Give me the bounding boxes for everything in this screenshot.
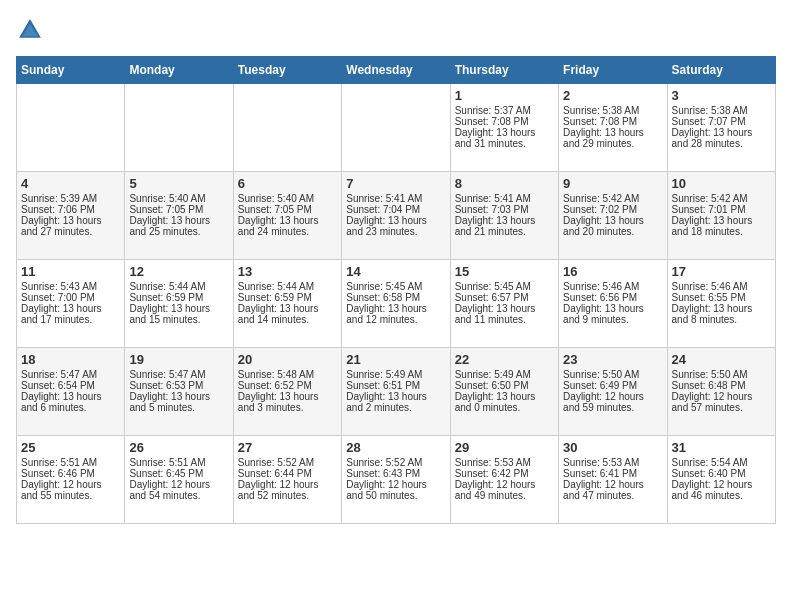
calendar-day-cell: 1Sunrise: 5:37 AMSunset: 7:08 PMDaylight… [450,84,558,172]
day-number: 18 [21,352,120,367]
day-number: 19 [129,352,228,367]
calendar-day-cell: 4Sunrise: 5:39 AMSunset: 7:06 PMDaylight… [17,172,125,260]
day-of-week-header: Sunday [17,57,125,84]
sunrise-text: Sunrise: 5:47 AM [129,369,228,380]
calendar-day-cell [342,84,450,172]
day-number: 24 [672,352,771,367]
sunrise-text: Sunrise: 5:38 AM [563,105,662,116]
day-number: 17 [672,264,771,279]
page-header [16,16,776,44]
day-number: 12 [129,264,228,279]
calendar-day-cell: 8Sunrise: 5:41 AMSunset: 7:03 PMDaylight… [450,172,558,260]
day-number: 5 [129,176,228,191]
logo-icon [16,16,44,44]
day-number: 25 [21,440,120,455]
sunset-text: Sunset: 7:01 PM [672,204,771,215]
sunrise-text: Sunrise: 5:45 AM [455,281,554,292]
sunset-text: Sunset: 6:43 PM [346,468,445,479]
calendar-day-cell: 17Sunrise: 5:46 AMSunset: 6:55 PMDayligh… [667,260,775,348]
day-number: 23 [563,352,662,367]
daylight-text: Daylight: 12 hours and 57 minutes. [672,391,771,413]
sunrise-text: Sunrise: 5:49 AM [346,369,445,380]
daylight-text: Daylight: 13 hours and 9 minutes. [563,303,662,325]
sunrise-text: Sunrise: 5:46 AM [563,281,662,292]
sunset-text: Sunset: 6:55 PM [672,292,771,303]
day-number: 10 [672,176,771,191]
sunrise-text: Sunrise: 5:43 AM [21,281,120,292]
calendar-day-cell: 21Sunrise: 5:49 AMSunset: 6:51 PMDayligh… [342,348,450,436]
daylight-text: Daylight: 13 hours and 28 minutes. [672,127,771,149]
calendar-day-cell: 31Sunrise: 5:54 AMSunset: 6:40 PMDayligh… [667,436,775,524]
day-number: 21 [346,352,445,367]
calendar-day-cell: 15Sunrise: 5:45 AMSunset: 6:57 PMDayligh… [450,260,558,348]
day-number: 22 [455,352,554,367]
day-of-week-header: Thursday [450,57,558,84]
day-number: 9 [563,176,662,191]
calendar-day-cell [125,84,233,172]
sunset-text: Sunset: 6:40 PM [672,468,771,479]
calendar-day-cell: 5Sunrise: 5:40 AMSunset: 7:05 PMDaylight… [125,172,233,260]
calendar-day-cell: 11Sunrise: 5:43 AMSunset: 7:00 PMDayligh… [17,260,125,348]
sunrise-text: Sunrise: 5:49 AM [455,369,554,380]
calendar-week-row: 4Sunrise: 5:39 AMSunset: 7:06 PMDaylight… [17,172,776,260]
calendar-day-cell: 3Sunrise: 5:38 AMSunset: 7:07 PMDaylight… [667,84,775,172]
daylight-text: Daylight: 13 hours and 6 minutes. [21,391,120,413]
calendar-day-cell: 12Sunrise: 5:44 AMSunset: 6:59 PMDayligh… [125,260,233,348]
calendar-day-cell: 7Sunrise: 5:41 AMSunset: 7:04 PMDaylight… [342,172,450,260]
calendar-day-cell [17,84,125,172]
sunrise-text: Sunrise: 5:53 AM [455,457,554,468]
daylight-text: Daylight: 13 hours and 5 minutes. [129,391,228,413]
sunset-text: Sunset: 6:54 PM [21,380,120,391]
sunset-text: Sunset: 7:00 PM [21,292,120,303]
logo [16,16,48,44]
sunset-text: Sunset: 7:05 PM [238,204,337,215]
daylight-text: Daylight: 13 hours and 29 minutes. [563,127,662,149]
daylight-text: Daylight: 13 hours and 24 minutes. [238,215,337,237]
calendar-day-cell: 13Sunrise: 5:44 AMSunset: 6:59 PMDayligh… [233,260,341,348]
sunset-text: Sunset: 6:44 PM [238,468,337,479]
sunset-text: Sunset: 6:48 PM [672,380,771,391]
calendar-day-cell: 18Sunrise: 5:47 AMSunset: 6:54 PMDayligh… [17,348,125,436]
sunrise-text: Sunrise: 5:52 AM [238,457,337,468]
sunrise-text: Sunrise: 5:48 AM [238,369,337,380]
sunset-text: Sunset: 7:02 PM [563,204,662,215]
daylight-text: Daylight: 13 hours and 31 minutes. [455,127,554,149]
calendar-day-cell: 19Sunrise: 5:47 AMSunset: 6:53 PMDayligh… [125,348,233,436]
day-number: 11 [21,264,120,279]
day-number: 7 [346,176,445,191]
day-number: 30 [563,440,662,455]
daylight-text: Daylight: 13 hours and 3 minutes. [238,391,337,413]
sunset-text: Sunset: 7:08 PM [455,116,554,127]
day-number: 16 [563,264,662,279]
sunset-text: Sunset: 6:50 PM [455,380,554,391]
sunset-text: Sunset: 6:59 PM [238,292,337,303]
day-number: 13 [238,264,337,279]
sunset-text: Sunset: 6:45 PM [129,468,228,479]
sunset-text: Sunset: 7:08 PM [563,116,662,127]
day-number: 3 [672,88,771,103]
calendar-day-cell: 30Sunrise: 5:53 AMSunset: 6:41 PMDayligh… [559,436,667,524]
sunset-text: Sunset: 6:52 PM [238,380,337,391]
sunrise-text: Sunrise: 5:44 AM [238,281,337,292]
daylight-text: Daylight: 13 hours and 25 minutes. [129,215,228,237]
sunset-text: Sunset: 7:04 PM [346,204,445,215]
daylight-text: Daylight: 12 hours and 46 minutes. [672,479,771,501]
calendar-day-cell: 6Sunrise: 5:40 AMSunset: 7:05 PMDaylight… [233,172,341,260]
daylight-text: Daylight: 13 hours and 21 minutes. [455,215,554,237]
sunrise-text: Sunrise: 5:54 AM [672,457,771,468]
calendar-week-row: 11Sunrise: 5:43 AMSunset: 7:00 PMDayligh… [17,260,776,348]
calendar-day-cell: 10Sunrise: 5:42 AMSunset: 7:01 PMDayligh… [667,172,775,260]
sunset-text: Sunset: 7:07 PM [672,116,771,127]
sunrise-text: Sunrise: 5:46 AM [672,281,771,292]
daylight-text: Daylight: 13 hours and 2 minutes. [346,391,445,413]
sunrise-text: Sunrise: 5:37 AM [455,105,554,116]
day-number: 26 [129,440,228,455]
sunrise-text: Sunrise: 5:51 AM [21,457,120,468]
sunset-text: Sunset: 6:53 PM [129,380,228,391]
sunset-text: Sunset: 6:41 PM [563,468,662,479]
daylight-text: Daylight: 12 hours and 49 minutes. [455,479,554,501]
sunset-text: Sunset: 7:06 PM [21,204,120,215]
sunrise-text: Sunrise: 5:52 AM [346,457,445,468]
day-number: 14 [346,264,445,279]
daylight-text: Daylight: 12 hours and 50 minutes. [346,479,445,501]
